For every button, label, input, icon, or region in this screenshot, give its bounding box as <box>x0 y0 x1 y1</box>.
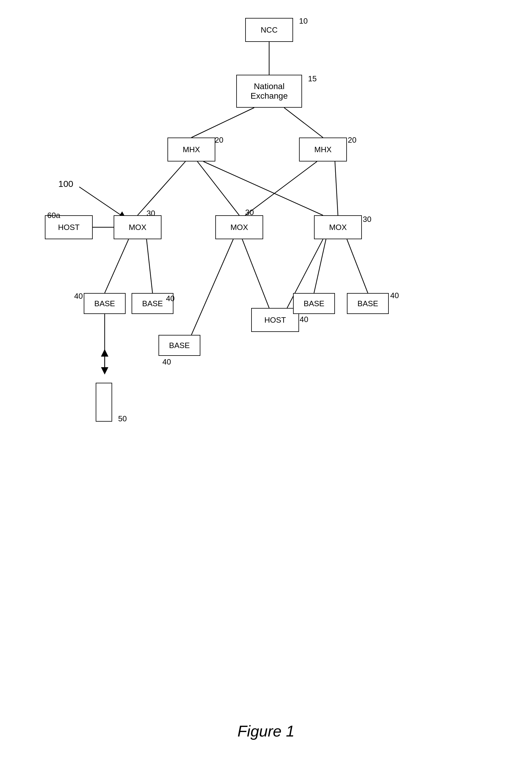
mobile-id: 50 <box>118 414 127 423</box>
svg-line-1 <box>191 108 254 137</box>
host-left-label: HOST <box>58 223 80 232</box>
base-rl-label: BASE <box>303 299 324 308</box>
base-rr-label: BASE <box>357 299 378 308</box>
connection-lines <box>0 0 532 764</box>
svg-line-13 <box>314 239 326 293</box>
base-rl-node: BASE <box>293 293 335 314</box>
mhx-left-label: MHX <box>183 145 200 154</box>
mox-left-node: MOX <box>114 215 161 239</box>
base-lm-label: BASE <box>142 299 163 308</box>
svg-line-2 <box>284 108 323 137</box>
national-exchange-label: NationalExchange <box>251 82 288 101</box>
svg-line-4 <box>197 161 239 215</box>
svg-line-11 <box>191 239 233 335</box>
host-right-node: HOST <box>251 308 299 332</box>
mox-mid-id: 30 <box>245 208 254 217</box>
svg-line-6 <box>335 161 338 215</box>
mox-right-node: MOX <box>314 215 362 239</box>
figure-caption: Figure 1 <box>0 722 532 740</box>
base-lmid-label: BASE <box>169 341 190 350</box>
svg-line-9 <box>105 239 128 293</box>
mox-left-label: MOX <box>128 223 146 232</box>
base-rr-id: 40 <box>390 291 399 300</box>
mox-right-label: MOX <box>329 223 347 232</box>
mhx-right-node: MHX <box>299 137 347 161</box>
base-ll-node: BASE <box>84 293 126 314</box>
mox-left-id: 30 <box>146 209 155 218</box>
host-right-label: HOST <box>265 315 286 325</box>
svg-line-14 <box>347 239 368 293</box>
mhx-right-label: MHX <box>314 145 332 154</box>
svg-line-5 <box>245 161 317 215</box>
mhx-left-node: MHX <box>167 137 215 161</box>
ncc-node: NCC <box>245 18 293 42</box>
base-ll-id: 40 <box>74 291 83 301</box>
diagram: NCC 10 NationalExchange 15 MHX 20 MHX 20… <box>0 0 532 764</box>
mobile-device <box>96 383 112 422</box>
svg-line-10 <box>146 239 152 293</box>
base-rr-node: BASE <box>347 293 389 314</box>
mox-right-id: 30 <box>363 215 371 224</box>
svg-line-3 <box>137 161 185 215</box>
base-ll-label: BASE <box>94 299 115 308</box>
base-lmid-id: 40 <box>162 357 171 367</box>
mox-mid-node: MOX <box>215 215 263 239</box>
base-lmid-node: BASE <box>158 335 200 356</box>
base-rl-id: 40 <box>300 315 308 324</box>
mhx-right-id: 20 <box>348 135 356 145</box>
ncc-id: 10 <box>299 16 308 26</box>
host-left-id: 60a <box>47 211 60 220</box>
base-lm-id: 40 <box>166 294 175 303</box>
mhx-left-id: 20 <box>215 135 223 145</box>
label-100: 100 <box>58 179 73 189</box>
ncc-label: NCC <box>261 25 277 35</box>
svg-line-12 <box>242 239 269 308</box>
mox-mid-label: MOX <box>230 223 248 232</box>
svg-line-7 <box>203 161 323 215</box>
national-exchange-id: 15 <box>308 74 317 84</box>
svg-line-18 <box>79 187 126 218</box>
national-exchange-node: NationalExchange <box>236 75 302 108</box>
